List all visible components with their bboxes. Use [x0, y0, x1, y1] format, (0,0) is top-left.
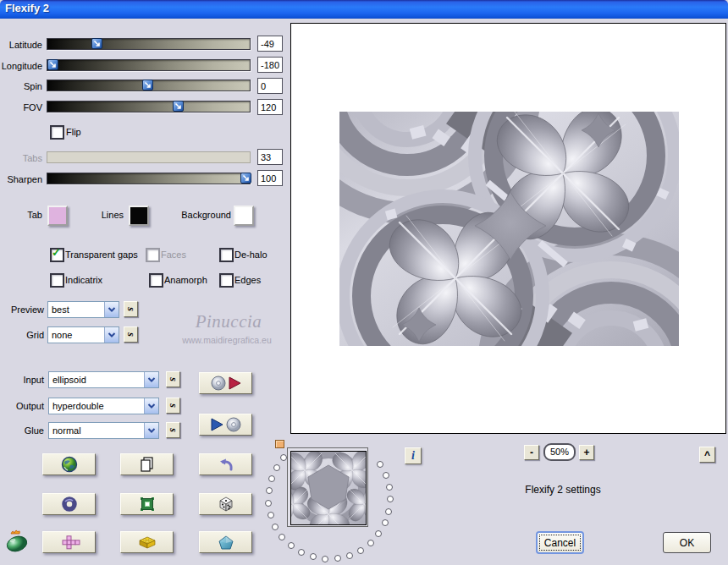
- memory-dot[interactable]: [382, 519, 389, 526]
- ok-button[interactable]: OK: [663, 532, 711, 553]
- solid-button[interactable]: [199, 531, 252, 553]
- memory-dot[interactable]: [387, 496, 394, 502]
- preview-dropdown[interactable]: best: [47, 301, 119, 318]
- memory-dot[interactable]: [268, 475, 275, 482]
- collapse-button[interactable]: ^: [699, 447, 715, 463]
- longitude-value[interactable]: [257, 57, 283, 73]
- preview-s-button[interactable]: s: [124, 301, 138, 317]
- latitude-label: Latitude: [0, 40, 42, 50]
- zoom-level[interactable]: 50%: [543, 443, 576, 461]
- lego-button[interactable]: [120, 531, 174, 553]
- memory-dot[interactable]: [279, 534, 285, 540]
- disk-read-button[interactable]: [199, 372, 252, 394]
- latitude-slider-handle[interactable]: [91, 38, 102, 49]
- globe-icon: [60, 455, 79, 474]
- fov-slider-handle[interactable]: [173, 101, 184, 112]
- memory-dot[interactable]: [377, 461, 383, 468]
- memory-dot[interactable]: [367, 540, 374, 546]
- input-dropdown[interactable]: ellipsoid: [48, 371, 159, 388]
- info-button[interactable]: i: [405, 447, 422, 464]
- chevron-down-icon[interactable]: [144, 423, 158, 438]
- output-s-button[interactable]: s: [166, 398, 180, 414]
- de-halo-checkbox[interactable]: [219, 248, 234, 262]
- latitude-slider[interactable]: [47, 38, 251, 50]
- tab-color-swatch[interactable]: [47, 206, 68, 226]
- longitude-slider-handle[interactable]: [47, 59, 58, 70]
- spin-slider[interactable]: [47, 80, 251, 91]
- cancel-button[interactable]: Cancel: [536, 531, 584, 554]
- chevron-down-icon[interactable]: [104, 302, 119, 317]
- pentagon-icon: [218, 535, 234, 551]
- memory-dot[interactable]: [272, 524, 279, 530]
- faces-label: Faces: [161, 250, 186, 260]
- preview-thumbnail[interactable]: [287, 447, 368, 527]
- de-halo-label: De-halo: [234, 250, 267, 260]
- frame-button[interactable]: [120, 493, 174, 515]
- preview-label: Preview: [0, 304, 44, 315]
- title-bar[interactable]: Flexify 2: [0, 0, 728, 19]
- memory-dot[interactable]: [334, 555, 341, 562]
- sharpen-value[interactable]: [257, 170, 283, 186]
- output-dropdown[interactable]: hyperdouble: [48, 398, 159, 414]
- memory-dot[interactable]: [310, 553, 317, 560]
- preview-image[interactable]: [339, 112, 679, 346]
- fov-value[interactable]: [257, 99, 283, 115]
- memory-marker[interactable]: [275, 440, 284, 448]
- torus-button[interactable]: [42, 493, 96, 515]
- memory-dot[interactable]: [346, 552, 353, 559]
- memory-dot[interactable]: [280, 454, 287, 461]
- memory-dot[interactable]: [298, 549, 305, 556]
- memory-dot[interactable]: [322, 556, 328, 562]
- globe-button[interactable]: [42, 453, 96, 475]
- glue-s-button[interactable]: s: [166, 422, 180, 438]
- longitude-slider[interactable]: [47, 59, 251, 71]
- background-color-swatch[interactable]: [234, 206, 254, 226]
- glue-dropdown[interactable]: normal: [48, 422, 159, 439]
- memory-dot[interactable]: [357, 547, 364, 554]
- flip-checkbox[interactable]: [50, 125, 64, 140]
- input-s-button[interactable]: s: [166, 371, 180, 387]
- memory-dot[interactable]: [386, 484, 393, 491]
- grid-dropdown[interactable]: none: [47, 326, 119, 343]
- output-label: Output: [0, 401, 44, 411]
- dice-icon: [217, 495, 235, 513]
- latitude-value[interactable]: [257, 36, 283, 52]
- anamorph-checkbox[interactable]: [149, 273, 163, 288]
- unfold-button[interactable]: [42, 531, 96, 553]
- chevron-down-icon[interactable]: [144, 398, 158, 414]
- transparent-gaps-checkbox[interactable]: ✓: [50, 248, 64, 262]
- sharpen-slider-handle[interactable]: [240, 173, 251, 184]
- zoom-out-button[interactable]: -: [524, 445, 539, 460]
- memory-dot[interactable]: [266, 487, 273, 494]
- glue-dropdown-value: normal: [52, 425, 81, 436]
- grid-s-button[interactable]: s: [124, 326, 138, 343]
- memory-dot[interactable]: [383, 472, 389, 479]
- tabs-value[interactable]: [257, 149, 283, 165]
- flaming-pear-logo-icon[interactable]: [4, 529, 31, 556]
- undo-button[interactable]: [199, 453, 252, 475]
- memory-dot[interactable]: [273, 464, 280, 471]
- play-cd-icon: [209, 417, 243, 432]
- zoom-in-button[interactable]: +: [579, 445, 594, 460]
- memory-dot[interactable]: [267, 512, 274, 518]
- spin-value[interactable]: [257, 78, 283, 94]
- chevron-down-icon[interactable]: [104, 327, 119, 343]
- memory-dot[interactable]: [288, 542, 295, 549]
- edges-checkbox[interactable]: [219, 273, 234, 288]
- memory-dot[interactable]: [265, 500, 272, 507]
- spin-slider-handle[interactable]: [142, 80, 153, 91]
- memory-dot[interactable]: [385, 508, 392, 515]
- sharpen-slider[interactable]: [47, 173, 251, 184]
- copy-button[interactable]: [120, 453, 174, 475]
- slider-arrow-icon: [174, 101, 183, 111]
- lines-color-swatch[interactable]: [129, 206, 149, 226]
- disk-write-button[interactable]: [199, 414, 252, 436]
- indicatrix-checkbox[interactable]: [50, 273, 64, 288]
- chevron-down-icon[interactable]: [144, 372, 158, 387]
- spin-label: Spin: [0, 81, 42, 91]
- lego-brick-icon: [138, 535, 157, 550]
- memory-dot[interactable]: [375, 530, 382, 537]
- random-button[interactable]: [199, 493, 252, 515]
- fov-slider[interactable]: [47, 101, 251, 112]
- watermark-url: www.maidiregrafica.eu: [163, 335, 290, 345]
